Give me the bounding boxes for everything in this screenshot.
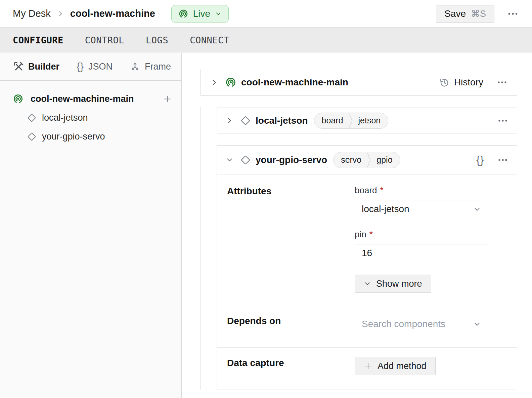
config-main-panel: cool-new-machine-main History local-jets… bbox=[182, 53, 532, 398]
component-model: gpio bbox=[371, 155, 400, 165]
axes-icon bbox=[130, 61, 140, 72]
tree-connector-line bbox=[201, 107, 201, 390]
depends-on-select[interactable]: Search components bbox=[355, 315, 487, 333]
tree-root-row[interactable]: cool-new-machine-main bbox=[13, 91, 172, 107]
chevron-down-icon bbox=[473, 320, 481, 328]
tree-item-label: local-jetson bbox=[42, 113, 88, 123]
add-method-label: Add method bbox=[378, 361, 427, 371]
view-json-label: JSON bbox=[88, 62, 113, 72]
config-sidebar: Builder {} JSON Frame cool-new-machine-m… bbox=[0, 53, 182, 398]
top-bar: My Desk cool-new-machine Live Save ⌘S bbox=[0, 0, 532, 28]
component-card-title: local-jetson bbox=[256, 115, 308, 126]
expand-chevron-icon[interactable] bbox=[226, 117, 233, 124]
component-card-title: your-gpio-servo bbox=[256, 155, 327, 165]
depends-on-placeholder: Search components bbox=[362, 319, 473, 329]
breadcrumb-chevron-icon bbox=[57, 10, 64, 17]
part-card: cool-new-machine-main History bbox=[201, 69, 517, 96]
component-model: jetson bbox=[353, 116, 388, 125]
chevron-down-icon bbox=[215, 10, 222, 17]
component-menu-icon[interactable] bbox=[497, 115, 508, 126]
view-frame[interactable]: Frame bbox=[130, 61, 171, 72]
tab-logs[interactable]: LOGS bbox=[146, 35, 168, 45]
component-type-badge: servo gpio bbox=[333, 152, 400, 168]
save-button-label: Save bbox=[444, 8, 466, 19]
show-more-button[interactable]: Show more bbox=[355, 275, 431, 293]
edit-json-icon[interactable]: {} bbox=[476, 154, 484, 166]
expand-chevron-icon[interactable] bbox=[210, 78, 218, 86]
component-card-header: your-gpio-servo servo gpio {} bbox=[217, 146, 517, 174]
main-tab-bar: CONFIGURE CONTROL LOGS CONNECT bbox=[0, 28, 532, 52]
machine-status-label: Live bbox=[193, 8, 210, 19]
machine-status-dropdown[interactable]: Live bbox=[171, 5, 229, 23]
component-type: servo bbox=[334, 155, 367, 165]
tree-item-your-gpio-servo[interactable]: your-gpio-servo bbox=[13, 128, 172, 145]
component-diamond-icon bbox=[240, 155, 251, 165]
breadcrumb-parent-link[interactable]: My Desk bbox=[13, 8, 51, 19]
tab-configure[interactable]: CONFIGURE bbox=[13, 35, 63, 45]
tree-item-local-jetson[interactable]: local-jetson bbox=[13, 110, 172, 126]
collapse-chevron-icon[interactable] bbox=[226, 156, 233, 164]
component-menu-icon[interactable] bbox=[497, 155, 508, 165]
chevron-down-icon bbox=[364, 280, 371, 287]
braces-icon: {} bbox=[77, 61, 84, 72]
breadcrumb-current: cool-new-machine bbox=[70, 8, 155, 19]
show-more-label: Show more bbox=[376, 279, 422, 289]
board-select[interactable]: local-jetson bbox=[355, 200, 487, 218]
save-shortcut: ⌘S bbox=[471, 8, 486, 19]
component-card-local-jetson: local-jetson board jetson bbox=[217, 108, 517, 133]
view-frame-label: Frame bbox=[145, 62, 171, 72]
add-method-button[interactable]: Add method bbox=[355, 357, 436, 375]
pin-input[interactable] bbox=[355, 244, 487, 262]
viam-part-icon bbox=[178, 9, 188, 19]
component-diamond-icon bbox=[27, 113, 37, 123]
viam-part-icon bbox=[225, 77, 236, 88]
component-tree: cool-new-machine-main local-jetson your-… bbox=[0, 81, 181, 145]
badge-separator-icon bbox=[367, 152, 371, 168]
tree-root-label: cool-new-machine-main bbox=[31, 94, 163, 104]
chevron-down-icon bbox=[473, 205, 481, 213]
view-builder-label: Builder bbox=[28, 62, 59, 72]
history-button[interactable]: History bbox=[439, 77, 483, 88]
attributes-section-label: Attributes bbox=[227, 185, 355, 197]
breadcrumb: My Desk cool-new-machine bbox=[13, 8, 155, 19]
depends-on-section: Depends on Search components bbox=[217, 304, 517, 348]
data-capture-label: Data capture bbox=[227, 357, 355, 368]
viam-part-icon bbox=[13, 93, 24, 104]
required-marker: * bbox=[369, 229, 373, 240]
component-diamond-icon bbox=[27, 132, 37, 142]
badge-separator-icon bbox=[349, 113, 353, 128]
depends-on-label: Depends on bbox=[227, 315, 355, 326]
part-menu-icon[interactable] bbox=[497, 77, 507, 88]
component-card-your-gpio-servo: your-gpio-servo servo gpio {} Attributes… bbox=[217, 145, 517, 390]
part-card-title: cool-new-machine-main bbox=[241, 77, 348, 88]
view-toggle: Builder {} JSON Frame bbox=[0, 53, 181, 81]
board-field-label: board * bbox=[355, 185, 487, 196]
more-options-icon[interactable] bbox=[507, 8, 519, 19]
history-icon bbox=[439, 77, 449, 88]
plus-icon bbox=[364, 362, 372, 370]
tab-connect[interactable]: CONNECT bbox=[190, 35, 229, 45]
component-type-badge: board jetson bbox=[314, 113, 389, 129]
view-builder[interactable]: Builder bbox=[13, 62, 59, 72]
tools-icon bbox=[13, 62, 24, 72]
pin-field-label: pin * bbox=[355, 229, 487, 240]
add-component-icon[interactable] bbox=[163, 94, 172, 104]
data-capture-section: Data capture Add method bbox=[217, 348, 517, 390]
view-json[interactable]: {} JSON bbox=[77, 61, 113, 72]
component-diamond-icon bbox=[240, 115, 251, 126]
board-select-value: local-jetson bbox=[362, 204, 473, 214]
required-marker: * bbox=[380, 185, 384, 196]
component-type: board bbox=[314, 116, 349, 125]
attributes-section: Attributes board * local-jetson pin * bbox=[217, 174, 517, 304]
tree-item-label: your-gpio-servo bbox=[42, 131, 105, 142]
save-button[interactable]: Save ⌘S bbox=[436, 5, 494, 23]
tab-control[interactable]: CONTROL bbox=[85, 35, 124, 45]
history-label: History bbox=[454, 77, 483, 88]
